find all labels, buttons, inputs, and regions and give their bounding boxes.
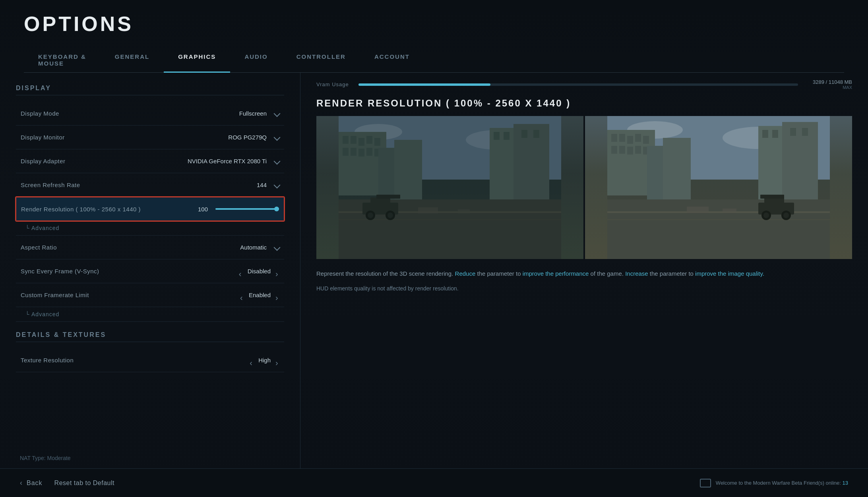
advanced-row-2[interactable]: └ Advanced — [16, 307, 284, 322]
render-resolution-slider-container: 100 — [198, 206, 279, 213]
scene-svg-left — [316, 116, 583, 259]
screen-refresh-rate-label: Screen Refresh Rate — [21, 182, 257, 188]
page-wrapper: OPTIONS KEYBOARD &MOUSE GENERAL GRAPHICS… — [0, 0, 868, 497]
texture-resolution-row[interactable]: Texture Resolution High — [16, 348, 284, 372]
display-adapter-label: Display Adapter — [21, 158, 188, 164]
slider-fill — [215, 208, 279, 210]
scene-svg-right — [585, 116, 852, 259]
back-arrow-icon: ‹ — [20, 479, 23, 487]
footer-left: ‹ Back Reset tab to Default — [20, 479, 114, 487]
framerate-limit-value: Enabled — [240, 292, 279, 298]
nav-tabs: KEYBOARD &MOUSE GENERAL GRAPHICS AUDIO C… — [24, 48, 844, 73]
display-adapter-row[interactable]: Display Adapter NVIDIA GeForce RTX 2080 … — [16, 149, 284, 173]
preview-image-left — [316, 116, 583, 259]
preview-images — [316, 116, 852, 259]
improve-perf-highlight: improve the performance — [523, 270, 589, 277]
texture-resolution-label: Texture Resolution — [21, 357, 250, 364]
aspect-ratio-label: Aspect Ratio — [21, 244, 240, 251]
svg-rect-34 — [339, 116, 561, 259]
footer-status: Welcome to the Modern Warfare Beta Frien… — [716, 480, 848, 486]
details-section-title: DETAILS & TEXTURES — [16, 331, 284, 342]
nat-type: NAT Type: Moderate — [20, 455, 71, 461]
display-monitor-value: ROG PG279Q — [228, 134, 279, 141]
texture-arrow-right[interactable] — [275, 358, 279, 362]
friends-count: 13 — [843, 480, 848, 486]
vram-section: Vram Usage 3289 / 11048 MB MAX — [316, 79, 852, 90]
tab-controller[interactable]: CONTROLLER — [282, 48, 360, 72]
reset-button[interactable]: Reset tab to Default — [54, 480, 114, 487]
chat-icon — [700, 479, 711, 487]
display-mode-label: Display Mode — [21, 110, 239, 117]
vram-value: 3289 / 11048 MB — [804, 79, 852, 85]
preview-description: Represent the resolution of the 3D scene… — [316, 269, 852, 279]
advanced-label-1: └ Advanced — [25, 225, 59, 231]
vram-max-label: MAX — [843, 85, 852, 90]
tab-audio[interactable]: AUDIO — [230, 48, 282, 72]
vsync-row[interactable]: Sync Every Frame (V-Sync) Disabled — [16, 259, 284, 283]
main-content: DISPLAY Display Mode Fullscreen Display … — [0, 73, 868, 468]
screen-refresh-rate-row[interactable]: Screen Refresh Rate 144 — [16, 173, 284, 197]
chevron-down-icon — [274, 134, 281, 141]
footer-right: Welcome to the Modern Warfare Beta Frien… — [700, 479, 848, 487]
framerate-arrow-right[interactable] — [275, 293, 279, 297]
vram-label: Vram Usage — [316, 81, 352, 87]
framerate-limit-label: Custom Framerate Limit — [21, 292, 240, 298]
preview-image-right — [585, 116, 852, 259]
display-section-title: DISPLAY — [16, 85, 284, 95]
back-button[interactable]: ‹ Back — [20, 479, 43, 487]
vsync-label: Sync Every Frame (V-Sync) — [21, 268, 239, 275]
vsync-value: Disabled — [239, 268, 279, 275]
texture-resolution-value: High — [250, 357, 279, 364]
settings-panel: DISPLAY Display Mode Fullscreen Display … — [0, 73, 300, 468]
preview-title: RENDER RESOLUTION ( 100% - 2560 X 1440 ) — [316, 98, 852, 109]
render-resolution-value: 100 — [198, 206, 279, 213]
aspect-ratio-row[interactable]: Aspect Ratio Automatic — [16, 236, 284, 259]
page-title: OPTIONS — [24, 12, 844, 36]
vsync-arrow-right[interactable] — [275, 269, 279, 273]
screen-refresh-rate-value: 144 — [257, 182, 279, 188]
advanced-label-2: └ Advanced — [25, 311, 59, 317]
tab-keyboard-mouse[interactable]: KEYBOARD &MOUSE — [24, 48, 101, 72]
aspect-ratio-value: Automatic — [240, 244, 279, 251]
render-resolution-row[interactable]: Render Resolution ( 100% - 2560 x 1440 )… — [16, 197, 284, 221]
chevron-down-icon — [274, 158, 281, 164]
tab-general[interactable]: GENERAL — [101, 48, 164, 72]
preview-panel: Vram Usage 3289 / 11048 MB MAX RENDER RE… — [300, 73, 868, 468]
chevron-down-icon — [274, 182, 281, 188]
vsync-arrow-left[interactable] — [239, 269, 243, 273]
render-resolution-slider-track[interactable] — [215, 208, 279, 210]
vram-info: 3289 / 11048 MB MAX — [804, 79, 852, 90]
display-monitor-row[interactable]: Display Monitor ROG PG279Q — [16, 126, 284, 149]
advanced-row-1[interactable]: └ Advanced — [16, 221, 284, 236]
footer: ‹ Back Reset tab to Default Welcome to t… — [0, 468, 868, 497]
chevron-down-icon — [274, 244, 281, 251]
display-adapter-value: NVIDIA GeForce RTX 2080 Ti — [188, 158, 279, 164]
framerate-limit-row[interactable]: Custom Framerate Limit Enabled — [16, 283, 284, 307]
display-mode-value: Fullscreen — [239, 110, 279, 117]
framerate-arrow-left[interactable] — [240, 293, 244, 297]
display-mode-row[interactable]: Display Mode Fullscreen — [16, 102, 284, 126]
vram-bar-fill — [358, 83, 490, 86]
vram-bar-container — [358, 83, 798, 86]
reduce-highlight: Reduce — [455, 270, 476, 277]
texture-arrow-left[interactable] — [250, 358, 254, 362]
preview-note: HUD elements quality is not affected by … — [316, 285, 852, 292]
tab-account[interactable]: ACCOUNT — [360, 48, 424, 72]
improve-quality-highlight: improve the image quality. — [695, 270, 764, 277]
slider-thumb — [274, 207, 279, 211]
tab-graphics[interactable]: GRAPHICS — [164, 48, 230, 73]
display-monitor-label: Display Monitor — [21, 134, 228, 141]
svg-rect-69 — [607, 116, 830, 259]
header: OPTIONS KEYBOARD &MOUSE GENERAL GRAPHICS… — [0, 0, 868, 73]
render-resolution-label: Render Resolution ( 100% - 2560 x 1440 ) — [21, 206, 198, 213]
increase-highlight: Increase — [625, 270, 648, 277]
chevron-down-icon — [274, 110, 281, 117]
